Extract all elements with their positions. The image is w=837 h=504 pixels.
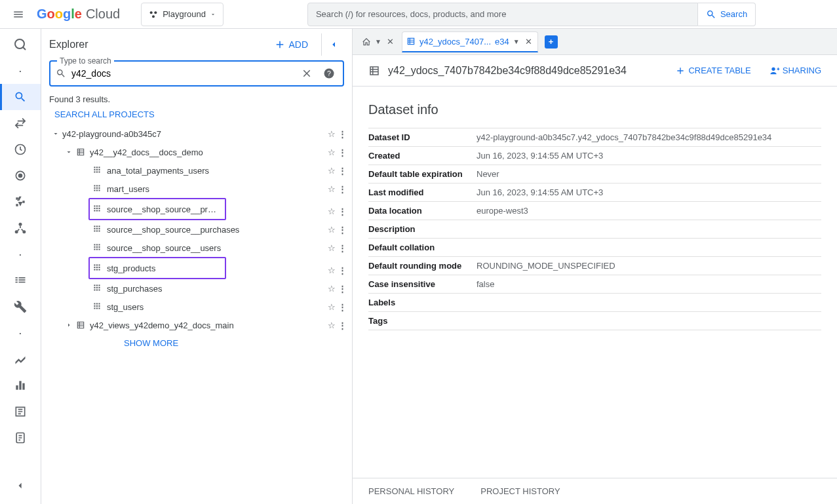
tree-table[interactable]: stg_purchases ☆⋮ xyxy=(41,279,352,298)
search-button[interactable]: Search xyxy=(698,3,756,26)
info-row: Default rounding modeROUNDING_MODE_UNSPE… xyxy=(368,257,821,275)
show-more-link[interactable]: SHOW MORE xyxy=(41,334,352,352)
star-icon[interactable]: ☆ xyxy=(328,302,336,312)
tree-table[interactable]: ana_total_payments_users ☆⋮ xyxy=(41,161,352,180)
star-icon[interactable]: ☆ xyxy=(328,129,336,139)
tree-table-highlighted[interactable]: source__shop_source__products xyxy=(90,200,225,218)
info-label: Case insensitive xyxy=(368,275,477,294)
rail-transfers-icon[interactable] xyxy=(0,110,41,136)
more-icon[interactable]: ⋮ xyxy=(338,206,347,216)
svg-rect-84 xyxy=(94,289,95,290)
search-placeholder: Search (/) for resources, docs, products… xyxy=(316,9,506,19)
collapse-explorer-icon[interactable] xyxy=(321,33,344,56)
svg-rect-98 xyxy=(370,67,378,75)
more-icon[interactable]: ⋮ xyxy=(338,320,347,330)
tab-label: y42_ydocs_7407... xyxy=(419,37,491,47)
more-icon[interactable]: ⋮ xyxy=(338,302,347,312)
info-row: Default collation xyxy=(368,239,821,257)
rail-bi-engine-icon[interactable] xyxy=(0,189,41,215)
svg-rect-64 xyxy=(96,246,98,248)
svg-rect-12 xyxy=(16,282,18,283)
add-tab-button[interactable]: + xyxy=(545,35,558,48)
personal-history-tab[interactable]: PERSONAL HISTORY xyxy=(368,486,454,496)
rail-ml-icon[interactable] xyxy=(0,215,41,241)
rail-capacity-icon[interactable] xyxy=(0,398,41,425)
chevron-right-icon[interactable] xyxy=(62,321,75,329)
more-icon[interactable]: ⋮ xyxy=(338,166,347,176)
info-value: false xyxy=(477,275,821,294)
more-icon[interactable]: ⋮ xyxy=(338,243,347,253)
tree-table[interactable]: stg_users ☆⋮ xyxy=(41,298,352,316)
tab-dataset[interactable]: y42_ydocs_7407... e34 ▼ ✕ xyxy=(402,31,538,52)
svg-rect-37 xyxy=(96,187,98,189)
dataset-label: y42__y42_docs__docs_demo xyxy=(90,147,328,157)
star-icon[interactable]: ☆ xyxy=(328,265,336,275)
search-help-icon[interactable]: ? xyxy=(321,65,338,82)
more-icon[interactable]: ⋮ xyxy=(338,284,347,294)
google-cloud-logo[interactable]: Google Cloud xyxy=(37,7,120,22)
svg-rect-69 xyxy=(94,264,95,265)
svg-rect-54 xyxy=(94,228,95,229)
sharing-button[interactable]: SHARING xyxy=(769,66,821,76)
star-icon[interactable]: ☆ xyxy=(328,184,336,194)
tree-dataset[interactable]: y42__y42_docs__docs_demo ☆⋮ xyxy=(41,143,352,161)
rail-settings-icon[interactable] xyxy=(0,294,41,320)
chevron-down-icon[interactable]: ▼ xyxy=(375,38,381,45)
more-icon[interactable]: ⋮ xyxy=(338,129,347,139)
svg-rect-58 xyxy=(96,230,98,231)
svg-point-2 xyxy=(152,15,155,18)
rail-explorer-icon[interactable] xyxy=(0,84,41,110)
bigquery-logo-icon[interactable] xyxy=(7,31,33,58)
star-icon[interactable]: ☆ xyxy=(328,147,336,157)
svg-rect-80 xyxy=(98,284,100,286)
tree-table[interactable]: source__shop_source__users ☆⋮ xyxy=(41,239,352,257)
svg-rect-66 xyxy=(94,248,95,250)
rail-monitoring-icon[interactable] xyxy=(0,346,41,372)
chevron-down-icon[interactable] xyxy=(62,148,75,156)
tree-dataset[interactable]: y42_views_y42demo_y42_docs_main ☆⋮ xyxy=(41,316,352,334)
rail-collapse-icon[interactable] xyxy=(0,473,41,499)
create-table-button[interactable]: CREATE TABLE xyxy=(675,66,750,76)
more-icon[interactable]: ⋮ xyxy=(338,265,347,275)
close-icon[interactable]: ✕ xyxy=(524,35,534,48)
star-icon[interactable]: ☆ xyxy=(328,206,336,216)
rail-migration-icon[interactable] xyxy=(0,425,41,451)
tab-home[interactable]: ▼ ✕ xyxy=(358,31,399,52)
explorer-search-input[interactable] xyxy=(71,68,293,79)
chevron-down-icon[interactable] xyxy=(49,130,62,138)
search-all-projects-link[interactable]: SEARCH ALL PROJECTS xyxy=(41,107,352,125)
more-icon[interactable]: ⋮ xyxy=(338,147,347,157)
project-picker[interactable]: Playground xyxy=(141,3,224,26)
tree-table[interactable]: mart_users ☆⋮ xyxy=(41,180,352,198)
more-icon[interactable]: ⋮ xyxy=(338,184,347,194)
table-icon xyxy=(92,263,103,273)
star-icon[interactable]: ☆ xyxy=(328,166,336,176)
star-icon[interactable]: ☆ xyxy=(328,320,336,330)
clear-search-icon[interactable] xyxy=(298,65,315,82)
svg-rect-18 xyxy=(22,383,24,390)
info-row: Case insensitivefalse xyxy=(368,275,821,294)
rail-scheduled-icon[interactable] xyxy=(0,136,41,163)
more-icon[interactable]: ⋮ xyxy=(338,225,347,235)
star-icon[interactable]: ☆ xyxy=(328,284,336,294)
rail-reservations-icon[interactable] xyxy=(0,163,41,189)
svg-rect-41 xyxy=(98,189,100,191)
project-history-tab[interactable]: PROJECT HISTORY xyxy=(480,486,560,496)
search-input[interactable]: Search (/) for resources, docs, products… xyxy=(307,3,698,26)
hamburger-menu-icon[interactable] xyxy=(5,1,31,28)
table-icon xyxy=(92,301,103,312)
svg-rect-16 xyxy=(16,385,18,390)
tree-table[interactable]: source__shop_source__purchases ☆⋮ xyxy=(41,220,352,239)
add-button[interactable]: ADD xyxy=(266,33,316,56)
star-icon[interactable]: ☆ xyxy=(328,225,336,235)
rail-slots-icon[interactable] xyxy=(0,372,41,398)
tree-project[interactable]: y42-playground-a0b345c7 ☆⋮ xyxy=(41,125,352,143)
info-row: CreatedJun 16, 2023, 9:14:55 AM UTC+3 xyxy=(368,147,821,165)
close-icon[interactable]: ✕ xyxy=(385,35,395,48)
svg-rect-87 xyxy=(94,303,95,304)
svg-rect-51 xyxy=(94,225,95,227)
rail-partners-icon[interactable] xyxy=(0,267,41,294)
chevron-down-icon[interactable]: ▼ xyxy=(513,38,520,45)
tree-table-highlighted[interactable]: stg_products xyxy=(90,259,225,277)
star-icon[interactable]: ☆ xyxy=(328,243,336,253)
